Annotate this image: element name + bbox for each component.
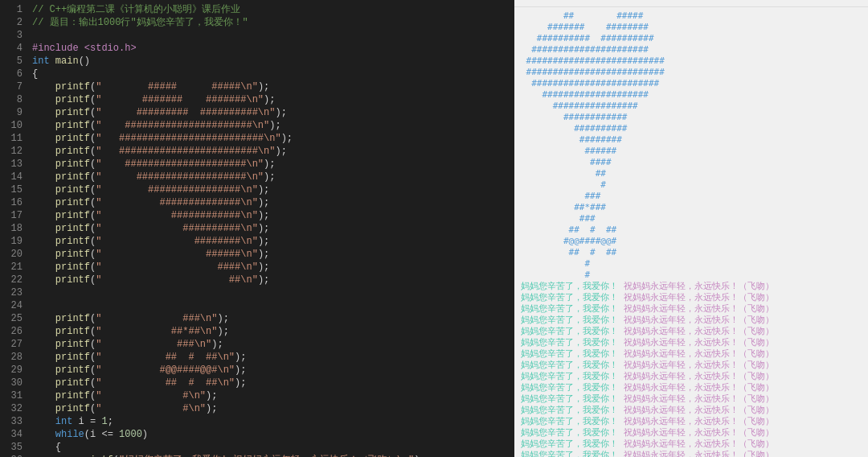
output-msg-line: 妈妈您辛苦了，我爱你！ 祝妈妈永远年轻，永远快乐！（飞吻） (521, 281, 862, 292)
line-content: printf(" #\n"); (29, 389, 514, 402)
line-content: printf(" #####################\n"); (29, 158, 514, 171)
line-number: 33 (0, 415, 29, 428)
line-number: 2 (0, 16, 29, 29)
output-msg-line: 妈妈您辛苦了，我爱你！ 祝妈妈永远年轻，永远快乐！（飞吻） (521, 405, 862, 416)
code-line: 35 { (0, 441, 514, 454)
output-msg-line: 妈妈您辛苦了，我爱你！ 祝妈妈永远年轻，永远快乐！（飞吻） (521, 337, 862, 348)
line-number: 6 (0, 68, 29, 80)
line-content: printf(" ##### #####\n"); (29, 80, 514, 93)
line-number: 21 (0, 261, 29, 274)
output-header (514, 0, 868, 7)
code-line: 27 printf(" ###\n"); (0, 338, 514, 351)
code-line: 10 printf(" ######################\n"); (0, 119, 514, 132)
code-line: 20 printf(" ######\n"); (0, 248, 514, 261)
line-content: // C++编程第二课《计算机的小聪明》课后作业 (29, 3, 514, 16)
code-line: 18 printf(" ##########\n"); (0, 222, 514, 235)
output-heart-line: ######## (521, 134, 862, 146)
output-msg-line: 妈妈您辛苦了，我爱你！ 祝妈妈永远年轻，永远快乐！（飞吻） (521, 348, 862, 360)
output-msg-line: 妈妈您辛苦了，我爱你！ 祝妈妈永远年轻，永远快乐！（飞吻） (521, 292, 862, 303)
line-content (29, 299, 514, 312)
line-content: int i = 1; (29, 415, 514, 428)
line-number: 11 (0, 132, 29, 145)
line-number: 5 (0, 55, 29, 68)
line-content: printf(" #@@####@@#\n"); (29, 364, 514, 377)
line-number: 9 (0, 106, 29, 119)
output-heart-line: ### (521, 213, 862, 224)
line-number: 10 (0, 119, 29, 132)
output-msg-line: 妈妈您辛苦了，我爱你！ 祝妈妈永远年轻，永远快乐！（飞吻） (521, 438, 862, 450)
line-number: 27 (0, 338, 29, 351)
line-number: 12 (0, 145, 29, 158)
code-line: 17 printf(" ############\n"); (0, 209, 514, 222)
line-content: printf(" ############\n"); (29, 209, 514, 222)
line-number: 24 (0, 299, 29, 312)
line-content: while(i <= 1000) (29, 428, 514, 441)
code-line: 21 printf(" ####\n"); (0, 261, 514, 274)
output-msg-line: 妈妈您辛苦了，我爱你！ 祝妈妈永远年轻，永远快乐！（飞吻） (521, 382, 862, 393)
line-number: 30 (0, 377, 29, 389)
code-line: 24 (0, 299, 514, 312)
line-content: { (29, 68, 514, 80)
code-line: 2// 题目：输出1000行"妈妈您辛苦了，我爱你！" (0, 16, 514, 29)
code-line: 32 printf(" #\n"); (0, 402, 514, 415)
line-content: printf(" ######################\n"); (29, 119, 514, 132)
code-line: 31 printf(" #\n"); (0, 389, 514, 402)
line-number: 36 (0, 454, 29, 457)
line-content: printf(" ################\n"); (29, 183, 514, 196)
output-panel: ## ##### ####### ######## ########## ###… (514, 0, 868, 457)
output-heart-line: ## ##### (521, 10, 862, 22)
line-number: 26 (0, 325, 29, 338)
line-content: printf(" ######\n"); (29, 248, 514, 261)
code-line: 26 printf(" ##*##\n"); (0, 325, 514, 338)
line-number: 8 (0, 93, 29, 106)
line-number: 29 (0, 364, 29, 377)
code-line: 1// C++编程第二课《计算机的小聪明》课后作业 (0, 3, 514, 16)
line-content: printf(" ######### ##########\n"); (29, 106, 514, 119)
code-area[interactable]: 1// C++编程第二课《计算机的小聪明》课后作业2// 题目：输出1000行"… (0, 0, 514, 457)
output-msg-line: 妈妈您辛苦了，我爱你！ 祝妈妈永远年轻，永远快乐！（飞吻） (521, 371, 862, 382)
line-number: 16 (0, 196, 29, 209)
line-content: // 题目：输出1000行"妈妈您辛苦了，我爱你！" (29, 16, 514, 29)
output-heart-line: ################ (521, 101, 862, 112)
line-content: printf(" ##############\n"); (29, 196, 514, 209)
output-heart-line: #################### (521, 89, 862, 101)
line-number: 35 (0, 441, 29, 454)
line-number: 25 (0, 312, 29, 325)
code-line: 11 printf(" #########################\n"… (0, 132, 514, 145)
output-msg-line: 妈妈您辛苦了，我爱你！ 祝妈妈永远年轻，永远快乐！（飞吻） (521, 315, 862, 326)
line-content: printf(" #########################\n"); (29, 132, 514, 145)
editor-panel: 1// C++编程第二课《计算机的小聪明》课后作业2// 题目：输出1000行"… (0, 0, 514, 457)
line-content: printf(" #\n"); (29, 402, 514, 415)
code-line: 3 (0, 29, 514, 42)
output-heart-line: ######################## (521, 78, 862, 89)
output-heart-line: ## (521, 168, 862, 179)
output-msg-line: 妈妈您辛苦了，我爱你！ 祝妈妈永远年轻，永远快乐！（飞吻） (521, 427, 862, 438)
code-line: 23 (0, 286, 514, 299)
output-msg-line: 妈妈您辛苦了，我爱你！ 祝妈妈永远年轻，永远快乐！（飞吻） (521, 393, 862, 405)
code-line: 28 printf(" ## # ##\n"); (0, 351, 514, 364)
output-heart-line: ########## ########## (521, 33, 862, 44)
code-line: 19 printf(" ########\n"); (0, 235, 514, 248)
line-content: printf(" ##*##\n"); (29, 325, 514, 338)
code-line: 15 printf(" ################\n"); (0, 183, 514, 196)
code-line: 5int main() (0, 55, 514, 68)
code-line: 34 while(i <= 1000) (0, 428, 514, 441)
code-line: 14 printf(" ###################\n"); (0, 171, 514, 183)
output-content[interactable]: ## ##### ####### ######## ########## ###… (514, 7, 868, 457)
line-content: printf(" ##\n"); (29, 274, 514, 286)
line-number: 13 (0, 158, 29, 171)
output-heart-line: ### (521, 191, 862, 202)
line-number: 1 (0, 3, 29, 16)
output-heart-line: ###### (521, 146, 862, 157)
output-msg-line: 妈妈您辛苦了，我爱你！ 祝妈妈永远年轻，永远快乐！（飞吻） (521, 416, 862, 427)
output-heart-line: ########################## (521, 56, 862, 67)
code-line: 8 printf(" ####### #######\n"); (0, 93, 514, 106)
code-line: 7 printf(" ##### #####\n"); (0, 80, 514, 93)
code-line: 33 int i = 1; (0, 415, 514, 428)
line-content: printf(" ###\n"); (29, 338, 514, 351)
line-content: printf(" ########################\n"); (29, 145, 514, 158)
line-content: printf(" ##########\n"); (29, 222, 514, 235)
code-line: 4#include <stdio.h> (0, 42, 514, 55)
line-number: 23 (0, 286, 29, 299)
line-content: printf(" ####### #######\n"); (29, 93, 514, 106)
